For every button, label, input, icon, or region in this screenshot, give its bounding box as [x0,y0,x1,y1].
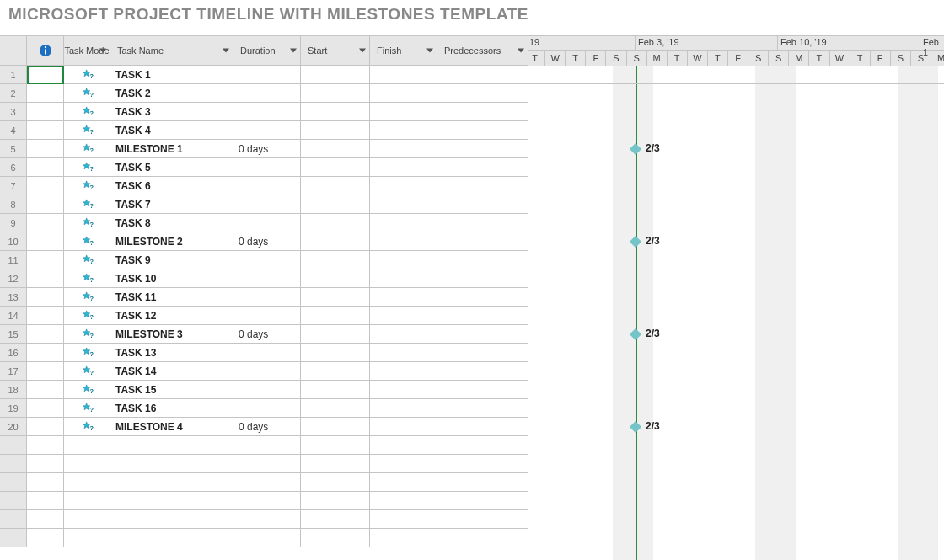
svg-rect-1 [45,50,46,55]
milestone-diamond-icon [630,328,641,340]
task-name-cell: TASK 11 [115,291,156,303]
gantt-row[interactable] [528,84,944,103]
table-row[interactable] [0,510,528,529]
task-grid: Task Mode Task Name Duration Start Finis… [0,35,528,560]
gantt-row[interactable] [528,158,944,177]
manual-task-mode-icon: ? [81,291,94,303]
task-name-cell: TASK 3 [115,106,151,118]
gantt-row[interactable] [528,214,944,232]
timeline-day: W [829,51,850,66]
manual-task-mode-icon: ? [81,384,94,396]
table-row[interactable]: 9 ?TASK 8 [0,214,528,232]
table-row[interactable]: 6 ?TASK 5 [0,158,528,177]
table-row[interactable]: 13 ?TASK 11 [0,288,528,307]
timeline-day: S [626,51,646,66]
header-finish[interactable]: Finish [370,36,437,66]
task-name-cell: MILESTONE 3 [115,328,183,340]
gantt-row[interactable]: 2/3 [528,325,944,344]
header-start[interactable]: Start [301,36,370,66]
timeline-header: 19 Feb 3, '19 Feb 10, '19 Feb 1 TWTFSSMT… [528,36,944,66]
header-duration[interactable]: Duration [233,36,301,66]
gantt-row[interactable] [528,344,944,362]
gantt-row[interactable] [528,473,944,492]
gantt-row[interactable] [528,362,944,381]
table-row[interactable] [0,492,528,510]
svg-text:?: ? [89,72,94,79]
table-row[interactable]: 12 ?TASK 10 [0,269,528,288]
table-row[interactable]: 14 ?TASK 12 [0,307,528,325]
table-row[interactable]: 3 ?TASK 3 [0,103,528,121]
dropdown-icon [290,49,297,53]
table-row[interactable]: 4 ?TASK 4 [0,121,528,140]
timeline-day: T [667,51,687,66]
timeline-day: W [687,51,707,66]
gantt-row[interactable] [528,121,944,140]
gantt-row[interactable] [528,103,944,121]
timeline-group-1: Feb 3, '19 [638,37,679,47]
gantt-row[interactable] [528,66,944,84]
header-predecessors[interactable]: Predecessors [437,36,528,66]
gantt-row[interactable] [528,492,944,510]
gantt-row[interactable] [528,529,944,547]
dropdown-icon [359,49,366,53]
table-row[interactable]: 17 ?TASK 14 [0,362,528,381]
gantt-row[interactable]: 2/3 [528,140,944,158]
gantt-row[interactable] [528,307,944,325]
table-row[interactable]: 15 ?MILESTONE 30 days [0,325,528,344]
table-row[interactable]: 18 ?TASK 15 [0,381,528,399]
table-row[interactable]: 5 ?MILESTONE 10 days [0,140,528,158]
manual-task-mode-icon: ? [81,199,94,211]
task-name-cell: TASK 9 [115,254,151,266]
svg-text:?: ? [89,368,94,376]
table-row[interactable]: 16 ?TASK 13 [0,344,528,362]
table-row[interactable]: 2 ?TASK 2 [0,84,528,103]
table-row[interactable] [0,473,528,492]
table-row[interactable] [0,436,528,455]
timeline-day: S [910,51,931,66]
gantt-row[interactable]: 2/3 [528,418,944,436]
timeline-day: S [890,51,910,66]
gantt-row[interactable] [528,399,944,418]
svg-text:?: ? [89,349,94,357]
task-name-cell: TASK 4 [115,125,151,136]
header-start-label: Start [308,45,327,56]
gantt-row[interactable] [528,269,944,288]
header-select-all[interactable] [0,36,27,66]
dropdown-icon [223,49,229,53]
gantt-row[interactable] [528,381,944,399]
header-task-mode[interactable]: Task Mode [64,36,110,66]
gantt-row[interactable] [528,251,944,269]
table-row[interactable]: 10 ?MILESTONE 20 days [0,232,528,251]
gantt-row[interactable]: 2/3 [528,232,944,251]
svg-point-2 [44,46,46,48]
table-row[interactable]: 11 ?TASK 9 [0,251,528,269]
table-row[interactable]: 8 ?TASK 7 [0,195,528,214]
dropdown-icon [426,49,433,53]
timeline-day: M [788,51,808,66]
header-info[interactable] [27,36,64,66]
gantt-row[interactable] [528,510,944,529]
gantt-row[interactable] [528,195,944,214]
gantt-row[interactable] [528,436,944,455]
timeline-day: F [870,51,890,66]
table-row[interactable]: 19 ?TASK 16 [0,399,528,418]
gantt-chart[interactable]: 19 Feb 3, '19 Feb 10, '19 Feb 1 TWTFSSMT… [528,35,944,560]
manual-task-mode-icon: ? [81,236,94,248]
table-row[interactable]: 7 ?TASK 6 [0,177,528,195]
table-row[interactable] [0,455,528,473]
gantt-row[interactable] [528,177,944,195]
table-row[interactable] [0,529,528,547]
milestone-label: 2/3 [646,142,660,154]
manual-task-mode-icon: ? [81,162,94,173]
manual-task-mode-icon: ? [81,106,94,118]
gantt-row[interactable] [528,288,944,307]
task-name-cell: MILESTONE 2 [115,236,183,248]
milestone-label: 2/3 [646,235,660,247]
page-title: MICROSOFT PROJECT TIMELINE WITH MILESTON… [0,0,944,35]
table-row[interactable]: 1 ?TASK 1 [0,66,528,84]
timeline-day: T [565,51,585,66]
table-row[interactable]: 20 ?MILESTONE 40 days [0,418,528,436]
gantt-row[interactable] [528,455,944,473]
header-task-name[interactable]: Task Name [110,36,233,66]
manual-task-mode-icon: ? [81,143,94,155]
